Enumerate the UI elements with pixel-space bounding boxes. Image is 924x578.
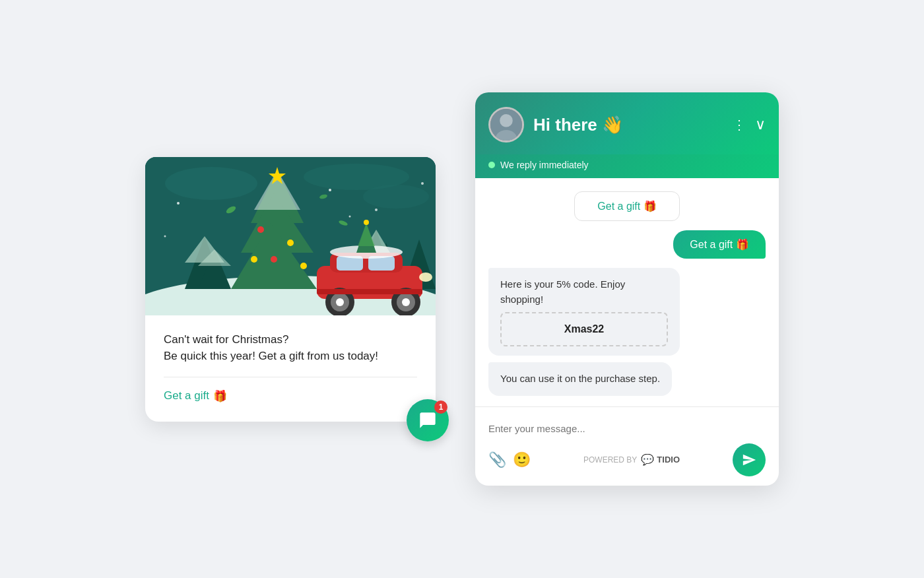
card-body: Can't wait for Christmas? Be quick this …: [145, 315, 436, 403]
tidio-logo: 💬 TIDIO: [641, 453, 680, 466]
online-indicator: [488, 162, 495, 168]
coupon-code: Xmas22: [564, 323, 605, 335]
get-gift-button-outline[interactable]: Get a gift 🎁: [574, 191, 680, 221]
card-text: Can't wait for Christmas? Be quick this …: [164, 331, 417, 365]
coupon-message-bubble: Here is your 5% code. Enjoy shopping! Xm…: [488, 268, 680, 356]
message-input[interactable]: [488, 420, 766, 437]
svg-point-47: [364, 220, 369, 225]
svg-point-28: [375, 209, 378, 211]
tidio-logo-icon: 💬: [641, 453, 654, 466]
chat-header-title: Hi there 👋: [533, 115, 723, 135]
chat-message-divider: [475, 406, 779, 407]
agent-avatar: [488, 107, 524, 143]
card-get-gift-link[interactable]: Get a gift 🎁: [164, 389, 417, 403]
card-link-text: Get a gift: [164, 389, 209, 402]
coupon-intro-text: Here is your 5% code. Enjoy shopping!: [500, 278, 625, 305]
chat-header: Hi there 👋 ⋮ ∨: [475, 92, 779, 154]
powered-by-section: POWERED BY 💬 TIDIO: [537, 453, 726, 466]
emoji-icon[interactable]: 🙂: [513, 451, 531, 468]
svg-point-1: [165, 167, 257, 200]
bot-response-group: Here is your 5% code. Enjoy shopping! Xm…: [488, 268, 680, 396]
chat-input-area: 📎 🙂 POWERED BY 💬 TIDIO: [475, 411, 779, 486]
attachment-icon[interactable]: 📎: [488, 451, 506, 468]
filled-btn-text: Get a gift 🎁: [690, 239, 748, 250]
svg-point-29: [421, 182, 424, 185]
svg-point-26: [177, 202, 180, 205]
card-image: [145, 157, 436, 315]
get-gift-button-filled: Get a gift 🎁: [673, 230, 766, 259]
chat-open-button[interactable]: 1: [407, 399, 449, 441]
send-icon: [742, 453, 756, 467]
coupon-code-box: Xmas22: [500, 312, 668, 346]
svg-point-18: [257, 226, 264, 233]
svg-point-41: [402, 298, 410, 306]
svg-point-19: [287, 240, 294, 246]
svg-point-22: [251, 256, 257, 263]
outline-btn-text: Get a gift 🎁: [597, 201, 656, 212]
svg-point-20: [271, 256, 277, 263]
unread-badge: 1: [434, 401, 447, 414]
svg-point-31: [349, 215, 351, 217]
tidio-brand-name: TIDIO: [657, 455, 680, 465]
chat-subheader: We reply immediately: [475, 154, 779, 178]
svg-point-43: [419, 273, 432, 282]
chat-header-icons: ⋮ ∨: [733, 116, 766, 133]
chat-toolbar: 📎 🙂 POWERED BY 💬 TIDIO: [488, 443, 766, 476]
svg-point-38: [336, 298, 344, 306]
purchase-step-bubble: You can use it on the purchase step.: [488, 362, 672, 396]
svg-point-21: [300, 263, 307, 269]
svg-rect-42: [317, 289, 422, 294]
svg-point-49: [500, 114, 513, 127]
purchase-step-text: You can use it on the purchase step.: [500, 373, 660, 384]
svg-point-3: [363, 185, 429, 209]
card-gift-emoji: 🎁: [213, 389, 227, 403]
svg-point-27: [329, 189, 331, 191]
more-options-icon[interactable]: ⋮: [733, 117, 746, 133]
chat-widget: Hi there 👋 ⋮ ∨ We reply immediately Get …: [475, 92, 779, 486]
chat-icon: [418, 411, 437, 430]
left-chat-card: Can't wait for Christmas? Be quick this …: [145, 157, 436, 422]
minimize-icon[interactable]: ∨: [755, 116, 766, 133]
send-button[interactable]: [733, 443, 766, 476]
powered-by-label: POWERED BY: [583, 455, 637, 465]
svg-point-30: [164, 235, 166, 237]
card-divider: [164, 377, 417, 377]
chat-messages: Get a gift 🎁 Get a gift 🎁 Here is your 5…: [475, 178, 779, 402]
reply-status: We reply immediately: [500, 160, 589, 170]
